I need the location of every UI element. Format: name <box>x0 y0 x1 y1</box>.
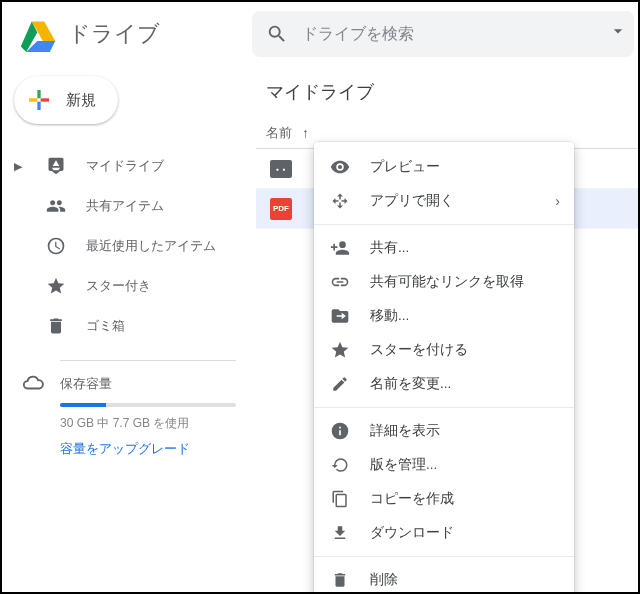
clock-icon <box>44 236 68 256</box>
menu-preview[interactable]: プレビュー <box>314 150 574 184</box>
sidebar-item-label: 最近使用したアイテム <box>86 237 216 255</box>
sidebar-item-label: マイドライブ <box>86 157 164 175</box>
sort-arrow-icon: ↑ <box>302 125 309 141</box>
context-menu: プレビュー アプリで開く › 共有... 共有可能なリンクを取得 移動... ス… <box>314 142 574 594</box>
menu-copy[interactable]: コピーを作成 <box>314 482 574 516</box>
trash-icon <box>44 316 68 336</box>
app-title: ドライブ <box>68 19 160 49</box>
sidebar-item-label: スター付き <box>86 277 151 295</box>
storage-usage-text: 30 GB 中 7.7 GB を使用 <box>60 415 236 432</box>
people-icon <box>44 196 68 216</box>
menu-label: プレビュー <box>370 158 440 176</box>
open-with-icon <box>330 192 350 210</box>
eye-icon <box>330 157 350 177</box>
sidebar-item-starred[interactable]: スター付き <box>2 266 252 306</box>
menu-star[interactable]: スターを付ける <box>314 333 574 367</box>
cloud-icon <box>22 372 44 397</box>
menu-label: コピーを作成 <box>370 490 454 508</box>
sidebar-item-shared[interactable]: 共有アイテム <box>2 186 252 226</box>
star-icon <box>330 340 350 360</box>
move-icon <box>330 306 350 326</box>
menu-move[interactable]: 移動... <box>314 299 574 333</box>
sidebar-item-label: ゴミ箱 <box>86 317 125 335</box>
sidebar-item-trash[interactable]: ゴミ箱 <box>2 306 252 346</box>
sidebar-item-label: 共有アイテム <box>86 197 164 215</box>
menu-versions[interactable]: 版を管理... <box>314 448 574 482</box>
chevron-right-icon: › <box>555 193 560 209</box>
info-icon <box>330 421 350 441</box>
breadcrumb[interactable]: マイドライブ <box>256 66 638 118</box>
menu-details[interactable]: 詳細を表示 <box>314 414 574 448</box>
trash-icon <box>330 571 350 589</box>
menu-label: 削除 <box>370 571 398 589</box>
menu-label: 共有... <box>370 239 409 257</box>
plus-icon <box>24 85 54 115</box>
menu-label: ダウンロード <box>370 524 454 542</box>
versions-icon <box>330 456 350 474</box>
storage-label: 保存容量 <box>60 375 236 393</box>
pdf-icon: PDF <box>270 198 292 220</box>
menu-rename[interactable]: 名前を変更... <box>314 367 574 401</box>
expand-icon[interactable]: ▶ <box>14 160 26 173</box>
drive-logo-icon <box>18 14 58 54</box>
menu-download[interactable]: ダウンロード <box>314 516 574 550</box>
storage-section: 保存容量 30 GB 中 7.7 GB を使用 容量をアップグレード <box>60 360 236 458</box>
new-button[interactable]: 新規 <box>14 76 118 124</box>
new-button-label: 新規 <box>66 91 96 110</box>
nav-list: ▶ マイドライブ 共有アイテム 最近使用したアイテム スタ <box>2 146 252 346</box>
copy-icon <box>330 490 350 508</box>
sidebar: 新規 ▶ マイドライブ 共有アイテム 最近使用したアイテム <box>2 66 252 592</box>
menu-label: 詳細を表示 <box>370 422 440 440</box>
menu-share[interactable]: 共有... <box>314 231 574 265</box>
rename-icon <box>330 375 350 393</box>
menu-label: スターを付ける <box>370 341 468 359</box>
menu-label: アプリで開く <box>370 192 454 210</box>
menu-label: 共有可能なリンクを取得 <box>370 273 524 291</box>
search-placeholder: ドライブを検索 <box>302 24 414 45</box>
sidebar-item-recent[interactable]: 最近使用したアイテム <box>2 226 252 266</box>
menu-label: 名前を変更... <box>370 375 451 393</box>
sidebar-item-my-drive[interactable]: ▶ マイドライブ <box>2 146 252 186</box>
upgrade-link[interactable]: 容量をアップグレード <box>60 440 236 458</box>
menu-label: 移動... <box>370 307 409 325</box>
menu-get-link[interactable]: 共有可能なリンクを取得 <box>314 265 574 299</box>
menu-open-with[interactable]: アプリで開く › <box>314 184 574 218</box>
menu-delete[interactable]: 削除 <box>314 563 574 594</box>
sort-label: 名前 <box>266 124 292 142</box>
star-icon <box>44 276 68 296</box>
link-icon <box>330 272 350 292</box>
shared-folder-icon: ● ● <box>270 160 292 178</box>
storage-bar <box>60 403 236 407</box>
topbar: ドライブ ドライブを検索 <box>2 2 638 66</box>
menu-label: 版を管理... <box>370 456 437 474</box>
logo-lockup[interactable]: ドライブ <box>2 14 252 54</box>
dropdown-caret-icon[interactable] <box>608 21 628 41</box>
drive-icon <box>44 156 68 176</box>
download-icon <box>330 524 350 542</box>
search-bar[interactable]: ドライブを検索 <box>252 11 634 57</box>
search-icon <box>266 23 288 45</box>
person-add-icon <box>330 238 350 258</box>
